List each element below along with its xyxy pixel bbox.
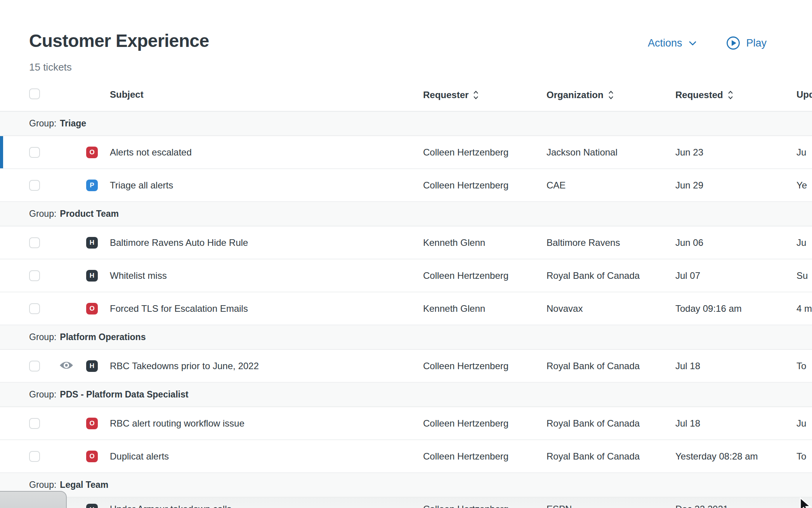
organization-cell: CAE	[547, 180, 675, 191]
ticket-subject[interactable]: Alerts not escalated	[98, 147, 423, 158]
requested-cell: Jul 07	[675, 270, 796, 281]
select-all-checkbox[interactable]	[29, 88, 40, 99]
organization-cell: Royal Bank of Canada	[547, 418, 675, 429]
ticket-row[interactable]: O Duplicat alerts Colleen Hertzenberg Ro…	[0, 440, 812, 473]
group-row: Group: Triage	[0, 112, 812, 136]
requester-cell: Kenneth Glenn	[423, 303, 547, 314]
ticket-subject[interactable]: Forced TLS for Escalation Emails	[98, 303, 423, 314]
requested-cell: Today 09:16 am	[675, 303, 796, 314]
group-row: Group: PDS - Platform Data Specialist	[0, 383, 812, 407]
status-badge-hold: H	[86, 237, 98, 249]
requester-cell: Colleen Hertzenberg	[423, 147, 547, 158]
ticket-row[interactable]: H Whitelist miss Colleen Hertzenberg Roy…	[0, 259, 812, 292]
play-button[interactable]: Play	[726, 36, 767, 50]
play-label: Play	[746, 37, 767, 49]
organization-cell: Royal Bank of Canada	[547, 361, 675, 371]
status-badge-open: O	[86, 303, 98, 314]
requested-cell: Jun 06	[675, 237, 796, 248]
updated-cell: To	[796, 451, 812, 462]
requested-cell: Dec 22 2021	[675, 504, 796, 508]
actions-label: Actions	[648, 37, 682, 49]
group-name: Triage	[60, 118, 86, 129]
requester-cell: Colleen Hertzenberg	[423, 451, 547, 462]
status-badge-pending: P	[86, 180, 98, 191]
updated-cell: Ju	[796, 418, 812, 429]
requested-cell: Yesterday 08:28 am	[675, 451, 796, 462]
status-badge-open: O	[86, 147, 98, 158]
ticket-row[interactable]: P Triage all alerts Colleen Hertzenberg …	[0, 169, 812, 202]
column-header-updated[interactable]: Updated	[796, 89, 812, 100]
column-header-subject: Subject	[98, 89, 423, 100]
status-badge-hold: H	[86, 360, 98, 372]
requested-cell: Jul 18	[675, 418, 796, 429]
group-name: Product Team	[60, 209, 119, 219]
ticket-row[interactable]: O Alerts not escalated Colleen Hertzenbe…	[0, 136, 812, 169]
requester-cell: Colleen Hertzenberg	[423, 180, 547, 191]
column-header-requested[interactable]: Requested	[675, 89, 796, 101]
view-header: Customer Experience 15 tickets Actions P…	[0, 0, 812, 84]
requester-cell: Colleen Hertzenberg	[423, 361, 547, 371]
ticket-row[interactable]: H RBC Takedowns prior to June, 2022 Coll…	[0, 350, 812, 383]
requester-cell: Colleen Hertzenberg	[423, 504, 547, 508]
updated-cell: Ye	[796, 180, 812, 191]
sort-icon	[727, 89, 734, 101]
updated-cell: To	[796, 361, 812, 371]
ticket-table: Subject Requester Organization Requested…	[0, 84, 812, 508]
status-badge-open: O	[86, 418, 98, 429]
group-name: Legal Team	[60, 480, 108, 490]
ticket-subject[interactable]: Baltimore Ravens Auto Hide Rule	[98, 237, 423, 248]
corner-overlay-panel	[0, 491, 67, 508]
row-checkbox[interactable]	[29, 418, 40, 429]
organization-cell: ESPN	[547, 504, 675, 508]
eye-icon	[59, 360, 74, 372]
requester-cell: Kenneth Glenn	[423, 237, 547, 248]
row-checkbox[interactable]	[29, 147, 40, 158]
updated-cell: Su	[796, 270, 812, 281]
row-checkbox[interactable]	[29, 451, 40, 462]
ticket-row[interactable]: H Under Armour takedown calls Colleen He…	[0, 498, 812, 508]
ticket-row[interactable]: O RBC alert routing workflow issue Colle…	[0, 407, 812, 440]
group-row: Group: Platform Operations	[0, 325, 812, 350]
row-checkbox[interactable]	[29, 237, 40, 248]
ticket-subject[interactable]: RBC alert routing workflow issue	[98, 418, 423, 429]
requested-cell: Jun 23	[675, 147, 796, 158]
column-header-organization[interactable]: Organization	[547, 89, 675, 101]
group-row: Group: Legal Team	[0, 473, 812, 498]
organization-cell: Royal Bank of Canada	[547, 270, 675, 281]
updated-cell: Ju	[796, 237, 812, 248]
status-badge-hold: H	[86, 270, 98, 282]
organization-cell: Royal Bank of Canada	[547, 451, 675, 462]
ticket-subject[interactable]: Under Armour takedown calls	[98, 504, 423, 508]
row-checkbox[interactable]	[29, 303, 40, 314]
group-name: PDS - Platform Data Specialist	[60, 389, 188, 400]
requested-cell: Jun 29	[675, 180, 796, 191]
row-checkbox[interactable]	[29, 270, 40, 281]
ticket-row[interactable]: O Forced TLS for Escalation Emails Kenne…	[0, 292, 812, 325]
table-header-row: Subject Requester Organization Requested…	[0, 84, 812, 112]
row-checkbox[interactable]	[29, 361, 40, 371]
mouse-cursor	[798, 497, 812, 508]
ticket-subject[interactable]: Whitelist miss	[98, 270, 423, 281]
ticket-subject[interactable]: Duplicat alerts	[98, 451, 423, 462]
requester-cell: Colleen Hertzenberg	[423, 418, 547, 429]
ticket-subject[interactable]: RBC Takedowns prior to June, 2022	[98, 361, 423, 371]
requester-cell: Colleen Hertzenberg	[423, 270, 547, 281]
updated-cell: 4 m	[796, 303, 812, 314]
requested-cell: Jul 18	[675, 361, 796, 371]
sort-icon	[472, 89, 479, 101]
organization-cell: Jackson National	[547, 147, 675, 158]
organization-cell: Novavax	[547, 303, 675, 314]
ticket-count: 15 tickets	[29, 61, 767, 73]
actions-button[interactable]: Actions	[648, 37, 698, 49]
status-badge-hold: H	[86, 504, 98, 508]
ticket-row[interactable]: H Baltimore Ravens Auto Hide Rule Kennet…	[0, 226, 812, 259]
group-row: Group: Product Team	[0, 202, 812, 226]
sort-icon	[607, 89, 614, 101]
column-header-requester[interactable]: Requester	[423, 89, 547, 101]
row-checkbox[interactable]	[29, 180, 40, 191]
ticket-subject[interactable]: Triage all alerts	[98, 180, 423, 191]
play-icon	[726, 36, 741, 50]
organization-cell: Baltimore Ravens	[547, 237, 675, 248]
updated-cell: Ju	[796, 147, 812, 158]
group-name: Platform Operations	[60, 332, 146, 342]
